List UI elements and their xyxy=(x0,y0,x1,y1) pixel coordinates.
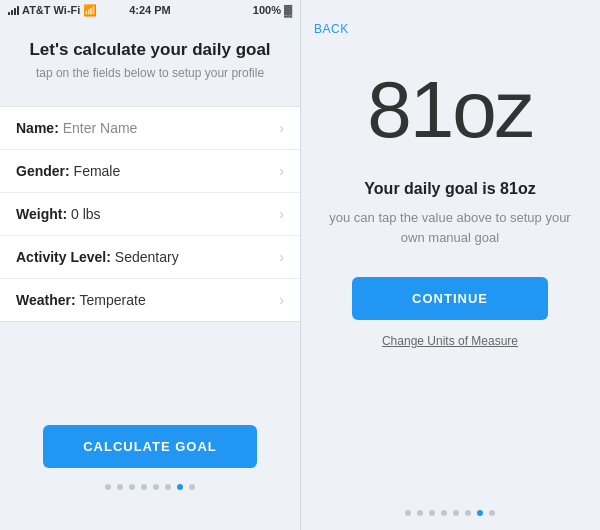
field-gender[interactable]: Gender: Female › xyxy=(0,150,300,193)
carrier-left: AT&T Wi-Fi xyxy=(22,4,80,16)
status-left: AT&T Wi-Fi 📶 xyxy=(8,4,97,17)
dot-8 xyxy=(189,484,195,490)
field-activity[interactable]: Activity Level: Sedentary › xyxy=(0,236,300,279)
dot-6 xyxy=(165,484,171,490)
rdot-4 xyxy=(441,510,447,516)
page-dots-left xyxy=(105,484,195,490)
continue-button[interactable]: CONTINUE xyxy=(352,277,548,320)
battery-icon: ▓ xyxy=(284,4,292,16)
wifi-icon: 📶 xyxy=(83,4,97,17)
left-panel: AT&T Wi-Fi 📶 4:24 PM 100% ▓ Let's calcul… xyxy=(0,0,300,530)
dot-4 xyxy=(141,484,147,490)
field-weather-label: Weather: Temperate xyxy=(16,292,146,308)
panel-divider xyxy=(300,0,301,530)
chevron-icon-weather: › xyxy=(279,292,284,308)
goal-description: Your daily goal is 81oz you can tap the … xyxy=(300,180,600,247)
chevron-icon: › xyxy=(279,120,284,136)
goal-subtitle: you can tap the value above to setup you… xyxy=(320,208,580,247)
field-name-label: Name: Enter Name xyxy=(16,120,137,136)
right-panel: AT&T Wi-Fi 📶 4:24 PM 100% ▓ BACK 81oz Yo… xyxy=(300,0,600,530)
left-footer: CALCULATE GOAL xyxy=(0,425,300,490)
battery-left: 100% ▓ xyxy=(253,4,292,16)
status-bar-left: AT&T Wi-Fi 📶 4:24 PM 100% ▓ xyxy=(0,0,300,20)
rdot-1 xyxy=(405,510,411,516)
calculate-goal-button[interactable]: CALCULATE GOAL xyxy=(43,425,257,468)
goal-title: Your daily goal is 81oz xyxy=(320,180,580,198)
time-left: 4:24 PM xyxy=(129,4,171,16)
dot-2 xyxy=(117,484,123,490)
rdot-7-active xyxy=(477,510,483,516)
signal-icon xyxy=(8,5,19,15)
form-list: Name: Enter Name › Gender: Female › Weig… xyxy=(0,106,300,322)
rdot-8 xyxy=(489,510,495,516)
dot-7-active xyxy=(177,484,183,490)
chevron-icon-gender: › xyxy=(279,163,284,179)
left-header: Let's calculate your daily goal tap on t… xyxy=(0,20,300,90)
page-dots-right xyxy=(405,510,495,516)
field-weather[interactable]: Weather: Temperate › xyxy=(0,279,300,321)
left-title: Let's calculate your daily goal xyxy=(20,40,280,60)
goal-display[interactable]: 81oz xyxy=(367,70,532,150)
left-subtitle: tap on the fields below to setup your pr… xyxy=(20,66,280,80)
rdot-3 xyxy=(429,510,435,516)
field-weight-label: Weight: 0 lbs xyxy=(16,206,101,222)
dot-5 xyxy=(153,484,159,490)
chevron-icon-weight: › xyxy=(279,206,284,222)
field-name[interactable]: Name: Enter Name › xyxy=(0,107,300,150)
field-gender-label: Gender: Female xyxy=(16,163,120,179)
change-units-link[interactable]: Change Units of Measure xyxy=(382,334,518,348)
rdot-6 xyxy=(465,510,471,516)
chevron-icon-activity: › xyxy=(279,249,284,265)
rdot-5 xyxy=(453,510,459,516)
dot-3 xyxy=(129,484,135,490)
dot-1 xyxy=(105,484,111,490)
rdot-2 xyxy=(417,510,423,516)
back-button[interactable]: BACK xyxy=(314,22,349,36)
field-activity-label: Activity Level: Sedentary xyxy=(16,249,179,265)
field-weight[interactable]: Weight: 0 lbs › xyxy=(0,193,300,236)
